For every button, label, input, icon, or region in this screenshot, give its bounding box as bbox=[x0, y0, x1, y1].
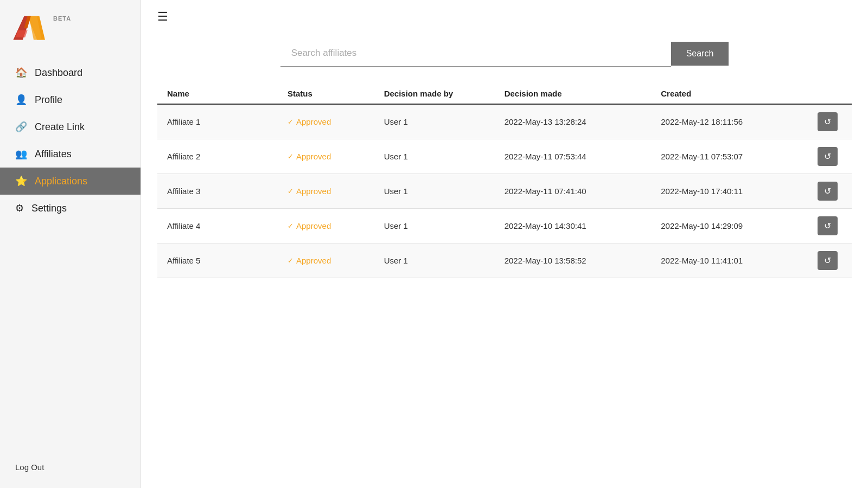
app-logo bbox=[11, 13, 49, 43]
hamburger-menu-button[interactable]: ☰ bbox=[157, 10, 168, 24]
cell-decision-by: User 1 bbox=[374, 104, 495, 139]
star-icon: ⭐ bbox=[15, 175, 27, 187]
check-icon: ✓ bbox=[288, 152, 293, 160]
col-header-decision-made: Decision made bbox=[495, 84, 652, 104]
col-header-name: Name bbox=[157, 84, 278, 104]
top-bar: ☰ bbox=[141, 0, 868, 29]
sidebar-item-label: Dashboard bbox=[35, 67, 82, 79]
col-header-decision-by: Decision made by bbox=[374, 84, 495, 104]
sidebar-item-label: Applications bbox=[35, 176, 87, 187]
col-header-action bbox=[808, 84, 852, 104]
cell-name: Affiliate 2 bbox=[157, 139, 278, 174]
cell-decision-made: 2022-May-13 13:28:24 bbox=[495, 104, 652, 139]
sidebar-item-label: Create Link bbox=[35, 121, 85, 133]
nav-list: 🏠 Dashboard 👤 Profile 🔗 Create Link 👥 Af… bbox=[0, 59, 141, 452]
refresh-button[interactable]: ↺ bbox=[818, 112, 838, 131]
cell-decision-by: User 1 bbox=[374, 209, 495, 243]
affiliates-table-area: Name Status Decision made by Decision ma… bbox=[141, 84, 868, 294]
cell-decision-by: User 1 bbox=[374, 139, 495, 174]
cell-created: 2022-May-10 11:41:01 bbox=[651, 243, 808, 278]
check-icon: ✓ bbox=[288, 118, 293, 126]
refresh-button[interactable]: ↺ bbox=[818, 251, 838, 270]
logout-label: Log Out bbox=[15, 463, 44, 472]
cell-decision-made: 2022-May-11 07:53:44 bbox=[495, 139, 652, 174]
check-icon: ✓ bbox=[288, 187, 293, 195]
cell-created: 2022-May-12 18:11:56 bbox=[651, 104, 808, 139]
cell-status: ✓ Approved bbox=[278, 174, 374, 209]
gear-icon: ⚙ bbox=[15, 202, 24, 214]
cell-action: ↺ bbox=[808, 209, 852, 243]
cell-action: ↺ bbox=[808, 243, 852, 278]
status-label: Approved bbox=[296, 221, 331, 230]
sidebar-item-affiliates[interactable]: 👥 Affiliates bbox=[0, 140, 141, 168]
refresh-button[interactable]: ↺ bbox=[818, 147, 838, 166]
table-header-row: Name Status Decision made by Decision ma… bbox=[157, 84, 852, 104]
sidebar-item-create-link[interactable]: 🔗 Create Link bbox=[0, 113, 141, 140]
cell-status: ✓ Approved bbox=[278, 139, 374, 174]
cell-status: ✓ Approved bbox=[278, 104, 374, 139]
search-input[interactable] bbox=[280, 40, 671, 67]
cell-status: ✓ Approved bbox=[278, 209, 374, 243]
main-content: ☰ Search Name Status Decision made by De… bbox=[141, 0, 868, 488]
search-area: Search bbox=[141, 29, 868, 84]
cell-action: ↺ bbox=[808, 139, 852, 174]
col-header-status: Status bbox=[278, 84, 374, 104]
table-body: Affiliate 1 ✓ Approved User 1 2022-May-1… bbox=[157, 104, 852, 278]
cell-created: 2022-May-10 17:40:11 bbox=[651, 174, 808, 209]
beta-badge: BETA bbox=[53, 15, 71, 22]
status-label: Approved bbox=[296, 187, 331, 196]
sidebar-item-dashboard[interactable]: 🏠 Dashboard bbox=[0, 59, 141, 86]
cell-created: 2022-May-10 14:29:09 bbox=[651, 209, 808, 243]
person-icon: 👤 bbox=[15, 94, 27, 106]
table-row: Affiliate 1 ✓ Approved User 1 2022-May-1… bbox=[157, 104, 852, 139]
cell-status: ✓ Approved bbox=[278, 243, 374, 278]
sidebar-item-profile[interactable]: 👤 Profile bbox=[0, 86, 141, 113]
sidebar-item-applications[interactable]: ⭐ Applications bbox=[0, 168, 141, 195]
logout-button[interactable]: Log Out bbox=[0, 452, 141, 488]
home-icon: 🏠 bbox=[15, 67, 27, 79]
sidebar-item-settings[interactable]: ⚙ Settings bbox=[0, 195, 141, 222]
refresh-button[interactable]: ↺ bbox=[818, 216, 838, 235]
cell-action: ↺ bbox=[808, 174, 852, 209]
cell-name: Affiliate 3 bbox=[157, 174, 278, 209]
cell-decision-by: User 1 bbox=[374, 174, 495, 209]
check-icon: ✓ bbox=[288, 256, 293, 265]
cell-name: Affiliate 1 bbox=[157, 104, 278, 139]
link-icon: 🔗 bbox=[15, 121, 27, 133]
cell-name: Affiliate 5 bbox=[157, 243, 278, 278]
col-header-created: Created bbox=[651, 84, 808, 104]
table-row: Affiliate 4 ✓ Approved User 1 2022-May-1… bbox=[157, 209, 852, 243]
check-icon: ✓ bbox=[288, 222, 293, 230]
cell-decision-made: 2022-May-10 13:58:52 bbox=[495, 243, 652, 278]
cell-decision-made: 2022-May-10 14:30:41 bbox=[495, 209, 652, 243]
sidebar-item-label: Settings bbox=[31, 203, 67, 214]
cell-decision-by: User 1 bbox=[374, 243, 495, 278]
sidebar: BETA 🏠 Dashboard 👤 Profile 🔗 Create Link… bbox=[0, 0, 141, 488]
cell-name: Affiliate 4 bbox=[157, 209, 278, 243]
status-label: Approved bbox=[296, 152, 331, 161]
cell-action: ↺ bbox=[808, 104, 852, 139]
cell-decision-made: 2022-May-11 07:41:40 bbox=[495, 174, 652, 209]
logo-area: BETA bbox=[0, 0, 141, 54]
table-row: Affiliate 2 ✓ Approved User 1 2022-May-1… bbox=[157, 139, 852, 174]
search-button[interactable]: Search bbox=[671, 42, 729, 66]
table-row: Affiliate 3 ✓ Approved User 1 2022-May-1… bbox=[157, 174, 852, 209]
table-row: Affiliate 5 ✓ Approved User 1 2022-May-1… bbox=[157, 243, 852, 278]
sidebar-item-label: Affiliates bbox=[35, 149, 72, 160]
status-label: Approved bbox=[296, 117, 331, 126]
affiliates-table: Name Status Decision made by Decision ma… bbox=[157, 84, 852, 278]
group-icon: 👥 bbox=[15, 148, 27, 160]
refresh-button[interactable]: ↺ bbox=[818, 182, 838, 201]
cell-created: 2022-May-11 07:53:07 bbox=[651, 139, 808, 174]
status-label: Approved bbox=[296, 256, 331, 265]
sidebar-item-label: Profile bbox=[35, 94, 62, 106]
